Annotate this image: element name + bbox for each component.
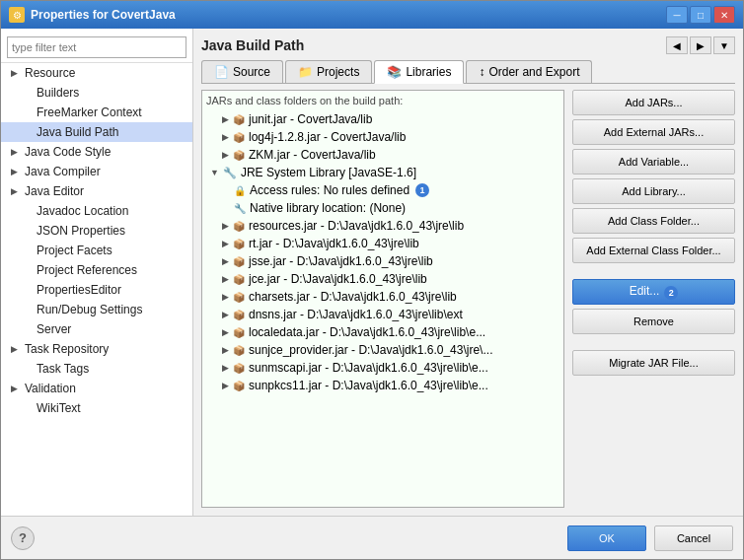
projects-tab-icon: 📁: [298, 65, 313, 79]
lib-label: rt.jar - D:\Java\jdk1.6.0_43\jre\lib: [249, 237, 419, 250]
list-item[interactable]: 🔒 Access rules: No rules defined 1: [206, 181, 559, 199]
sidebar-item-validation[interactable]: ▶ Validation: [1, 379, 192, 398]
lib-label: sunjce_provider.jar - D:\Java\jdk1.6.0_4…: [249, 343, 492, 357]
lib-label: dnsns.jar - D:\Java\jdk1.6.0_43\jre\lib\…: [249, 308, 463, 321]
tab-source[interactable]: 📄 Source: [201, 60, 283, 83]
window-title: Properties for CovertJava: [31, 8, 176, 22]
tab-order-export[interactable]: ↕ Order and Export: [466, 60, 592, 83]
sidebar-item-wikitext[interactable]: WikiText: [1, 398, 192, 418]
arrow-icon: ▶: [11, 344, 21, 354]
panel-header: Java Build Path ◀ ▶ ▼: [201, 36, 735, 54]
ok-button[interactable]: OK: [567, 525, 646, 551]
nav-back-button[interactable]: ◀: [666, 36, 688, 54]
add-library-button[interactable]: Add Library...: [572, 178, 735, 204]
sidebar-item-label: Resource: [25, 66, 75, 80]
list-item[interactable]: ▶ 📦 jsse.jar - D:\Java\jdk1.6.0_43\jre\l…: [206, 252, 559, 270]
nav-forward-button[interactable]: ▶: [690, 36, 711, 54]
sidebar-item-builders[interactable]: Builders: [1, 83, 192, 103]
list-item[interactable]: ▶ 📦 ZKM.jar - CovertJava/lib: [206, 146, 559, 164]
list-item[interactable]: ▶ 📦 junit.jar - CovertJava/lib: [206, 110, 559, 128]
library-tree-panel: JARs and class folders on the build path…: [201, 90, 564, 508]
order-export-tab-icon: ↕: [479, 65, 484, 79]
list-item[interactable]: 🔧 Native library location: (None): [206, 199, 559, 217]
content-area: ▶ Resource Builders FreeMarker Context J…: [1, 29, 743, 516]
badge-1: 1: [415, 183, 429, 197]
list-item[interactable]: ▶ 📦 resources.jar - D:\Java\jdk1.6.0_43\…: [206, 217, 559, 235]
sidebar-item-java-editor[interactable]: ▶ Java Editor: [1, 181, 192, 201]
list-item[interactable]: ▶ 📦 charsets.jar - D:\Java\jdk1.6.0_43\j…: [206, 288, 559, 306]
tab-libraries[interactable]: 📚 Libraries: [374, 60, 464, 84]
sidebar-item-task-tags[interactable]: Task Tags: [1, 359, 192, 379]
sidebar-item-java-code-style[interactable]: ▶ Java Code Style: [1, 142, 192, 162]
expand-arrow-icon: ▶: [222, 114, 229, 124]
migrate-jar-button[interactable]: Migrate JAR File...: [572, 350, 735, 376]
edit-label: Edit...: [630, 284, 660, 298]
add-variable-button[interactable]: Add Variable...: [572, 149, 735, 175]
list-item[interactable]: ▶ 📦 sunjce_provider.jar - D:\Java\jdk1.6…: [206, 341, 559, 359]
native-icon: 🔧: [234, 203, 246, 214]
sidebar-item-run-debug[interactable]: Run/Debug Settings: [1, 300, 192, 319]
libraries-tab-icon: 📚: [387, 65, 402, 79]
window-icon: ⚙: [9, 7, 25, 23]
filter-input[interactable]: [7, 36, 186, 58]
library-tree: ▶ 📦 junit.jar - CovertJava/lib ▶ 📦 log4j…: [206, 110, 559, 394]
sidebar-item-java-compiler[interactable]: ▶ Java Compiler: [1, 162, 192, 181]
sidebar-item-label: Java Code Style: [25, 145, 111, 159]
add-class-folder-button[interactable]: Add Class Folder...: [572, 208, 735, 234]
spacer: [572, 338, 735, 346]
nav-dropdown-button[interactable]: ▼: [713, 36, 735, 54]
maximize-button[interactable]: □: [690, 6, 711, 24]
add-external-jars-button[interactable]: Add External JARs...: [572, 119, 735, 145]
sidebar-item-freemarker[interactable]: FreeMarker Context: [1, 103, 192, 122]
jar-icon: 📦: [233, 256, 245, 267]
help-button[interactable]: ?: [11, 526, 35, 550]
sidebar-item-java-build-path[interactable]: Java Build Path: [1, 122, 192, 142]
list-item[interactable]: ▶ 📦 localedata.jar - D:\Java\jdk1.6.0_43…: [206, 323, 559, 341]
sidebar-item-label: JSON Properties: [37, 224, 125, 238]
sidebar-item-props-editor[interactable]: PropertiesEditor: [1, 280, 192, 300]
sidebar-item-javadoc[interactable]: Javadoc Location: [1, 201, 192, 221]
lib-label: Access rules: No rules defined: [250, 183, 409, 197]
edit-button[interactable]: Edit... 2: [572, 279, 735, 305]
lib-label: sunpkcs11.jar - D:\Java\jdk1.6.0_43\jre\…: [249, 379, 488, 392]
sidebar-item-project-refs[interactable]: Project References: [1, 260, 192, 280]
title-bar: ⚙ Properties for CovertJava ─ □ ✕: [1, 1, 743, 29]
lib-label: junit.jar - CovertJava/lib: [249, 112, 372, 126]
expand-arrow-icon: ▶: [222, 221, 229, 231]
remove-button[interactable]: Remove: [572, 309, 735, 334]
list-item[interactable]: ▶ 📦 log4j-1.2.8.jar - CovertJava/lib: [206, 128, 559, 146]
window-controls: ─ □ ✕: [666, 6, 735, 24]
list-item[interactable]: ▶ 📦 dnsns.jar - D:\Java\jdk1.6.0_43\jre\…: [206, 306, 559, 323]
filter-box: [1, 33, 192, 63]
cancel-button[interactable]: Cancel: [654, 525, 733, 551]
sidebar-item-server[interactable]: Server: [1, 319, 192, 339]
panel-body: JARs and class folders on the build path…: [201, 90, 735, 508]
tree-panel-label: JARs and class folders on the build path…: [206, 95, 559, 106]
list-item[interactable]: ▶ 📦 sunmscapi.jar - D:\Java\jdk1.6.0_43\…: [206, 359, 559, 377]
list-item[interactable]: ▼ 🔧 JRE System Library [JavaSE-1.6]: [206, 164, 559, 181]
sidebar-item-task-repo[interactable]: ▶ Task Repository: [1, 339, 192, 359]
add-jars-button[interactable]: Add JARs...: [572, 90, 735, 115]
main-window: ⚙ Properties for CovertJava ─ □ ✕ ▶ Reso…: [0, 0, 744, 560]
lib-label: log4j-1.2.8.jar - CovertJava/lib: [249, 130, 406, 144]
jar-icon: 📦: [233, 345, 245, 356]
jar-icon: 📦: [233, 132, 245, 143]
list-item[interactable]: ▶ 📦 rt.jar - D:\Java\jdk1.6.0_43\jre\lib: [206, 235, 559, 252]
sidebar-item-label: Task Repository: [25, 342, 109, 356]
sidebar-item-project-facets[interactable]: Project Facets: [1, 241, 192, 260]
rule-icon: 🔒: [234, 185, 246, 196]
sidebar-item-resource[interactable]: ▶ Resource: [1, 63, 192, 83]
spacer: [572, 267, 735, 275]
close-button[interactable]: ✕: [713, 6, 735, 24]
jar-icon: 📦: [233, 239, 245, 249]
list-item[interactable]: ▶ 📦 sunpkcs11.jar - D:\Java\jdk1.6.0_43\…: [206, 377, 559, 394]
lib-label: jce.jar - D:\Java\jdk1.6.0_43\jre\lib: [249, 272, 427, 286]
jar-icon: 📦: [233, 274, 245, 285]
list-item[interactable]: ▶ 📦 jce.jar - D:\Java\jdk1.6.0_43\jre\li…: [206, 270, 559, 288]
sidebar-item-json-props[interactable]: JSON Properties: [1, 221, 192, 241]
tab-projects[interactable]: 📁 Projects: [285, 60, 372, 83]
lib-label: Native library location: (None): [250, 201, 406, 215]
expand-arrow-icon: ▼: [210, 168, 219, 177]
minimize-button[interactable]: ─: [666, 6, 688, 24]
add-external-class-folder-button[interactable]: Add External Class Folder...: [572, 238, 735, 263]
